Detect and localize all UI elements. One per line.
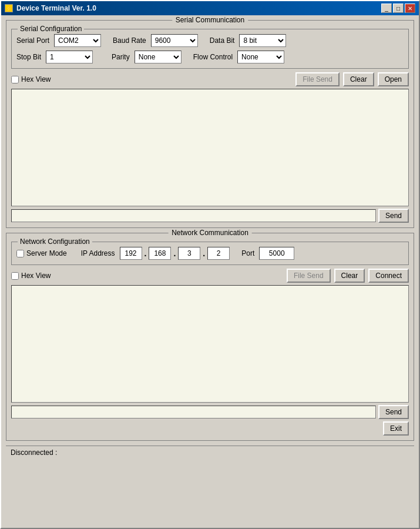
network-send-button[interactable]: Send	[378, 405, 409, 419]
main-window: ⚡ Device Terminal Ver. 1.0 _ □ ✕ Serial …	[0, 0, 420, 529]
serial-open-button[interactable]: Open	[378, 72, 409, 86]
network-display	[11, 285, 409, 403]
serial-port-label: Serial Port	[16, 36, 49, 45]
serial-clear-button[interactable]: Clear	[343, 72, 374, 86]
baud-rate-select[interactable]: 9600 1200 2400 4800 19200 38400 57600 11…	[151, 34, 198, 47]
network-connect-button[interactable]: Connect	[368, 269, 409, 283]
network-hex-view-label[interactable]: Hex View	[11, 272, 51, 280]
parity-select[interactable]: None Odd Even Mark Space	[135, 51, 182, 63]
baud-rate-label: Baud Rate	[113, 36, 146, 45]
network-config-row1: Server Mode IP Address . . . Port	[16, 247, 404, 260]
serial-config-row2: Stop Bit 1 1.5 2 Parity None Odd Even Ma…	[16, 51, 404, 63]
flow-control-select[interactable]: None XON/XOFF RTS/CTS	[237, 51, 284, 63]
ip-seg2-input[interactable]	[149, 247, 171, 260]
maximize-button[interactable]: □	[393, 4, 404, 13]
serial-hex-view-checkbox[interactable]	[11, 76, 19, 83]
title-buttons: _ □ ✕	[381, 4, 415, 13]
server-mode-label[interactable]: Server Mode	[16, 249, 67, 257]
ip-seg3-input[interactable]	[178, 247, 200, 260]
flow-control-label: Flow Control	[193, 53, 233, 61]
exit-button[interactable]: Exit	[383, 421, 409, 436]
serial-send-row: Send	[11, 209, 409, 223]
network-config-title: Network Configuration	[18, 237, 92, 246]
window-content: Serial Communication Serial Configuratio…	[1, 15, 419, 528]
status-label: Disconnected :	[11, 448, 57, 457]
serial-config-title: Serial Configuration	[18, 25, 84, 33]
serial-send-input[interactable]	[11, 209, 376, 222]
ip-seg1-input[interactable]	[120, 247, 142, 260]
serial-port-select[interactable]: COM2 COM1 COM3 COM4	[54, 34, 101, 47]
parity-label: Parity	[112, 53, 130, 61]
window-title: Device Terminal Ver. 1.0	[16, 4, 96, 12]
minimize-button[interactable]: _	[381, 4, 392, 13]
network-config-group: Network Configuration Server Mode IP Add…	[11, 242, 409, 265]
data-bit-label: Data Bit	[210, 36, 235, 45]
serial-comm-group: Serial Communication Serial Configuratio…	[6, 20, 414, 228]
ip-dot2: .	[173, 249, 176, 258]
network-clear-button[interactable]: Clear	[334, 269, 365, 283]
serial-send-button[interactable]: Send	[378, 209, 409, 223]
network-file-send-button[interactable]: File Send	[287, 269, 331, 283]
network-hex-view-checkbox[interactable]	[11, 272, 19, 280]
network-send-input[interactable]	[11, 406, 376, 418]
title-bar: ⚡ Device Terminal Ver. 1.0 _ □ ✕	[1, 1, 419, 15]
data-bit-select[interactable]: 8 bit 5 bit 6 bit 7 bit	[239, 34, 286, 47]
ip-address-row: . . .	[120, 247, 230, 260]
port-input[interactable]	[259, 247, 294, 260]
serial-toolbar: Hex View File Send Clear Open	[11, 72, 409, 86]
serial-hex-view-label[interactable]: Hex View	[11, 75, 51, 83]
status-bar: Disconnected :	[6, 446, 414, 459]
ip-address-label: IP Address	[81, 249, 115, 257]
network-comm-group: Network Communication Network Configurat…	[6, 233, 414, 441]
ip-dot3: .	[203, 249, 205, 258]
serial-config-group: Serial Configuration Serial Port COM2 CO…	[11, 29, 409, 69]
serial-display	[11, 89, 409, 206]
server-mode-checkbox[interactable]	[16, 250, 24, 257]
app-icon: ⚡	[5, 4, 13, 12]
serial-comm-title: Serial Communication	[172, 16, 248, 24]
close-button[interactable]: ✕	[405, 4, 415, 13]
network-send-row: Send	[11, 405, 409, 419]
stop-bit-label: Stop Bit	[16, 53, 41, 61]
ip-dot1: .	[145, 249, 147, 258]
ip-seg4-input[interactable]	[207, 247, 230, 260]
network-comm-title: Network Communication	[168, 229, 252, 237]
serial-file-send-button[interactable]: File Send	[295, 72, 340, 86]
network-toolbar: Hex View File Send Clear Connect	[11, 269, 409, 283]
exit-row: Exit	[11, 421, 409, 436]
stop-bit-select[interactable]: 1 1.5 2	[46, 51, 93, 63]
serial-config-row1: Serial Port COM2 COM1 COM3 COM4 Baud Rat…	[16, 34, 404, 47]
port-label: Port	[241, 249, 254, 257]
